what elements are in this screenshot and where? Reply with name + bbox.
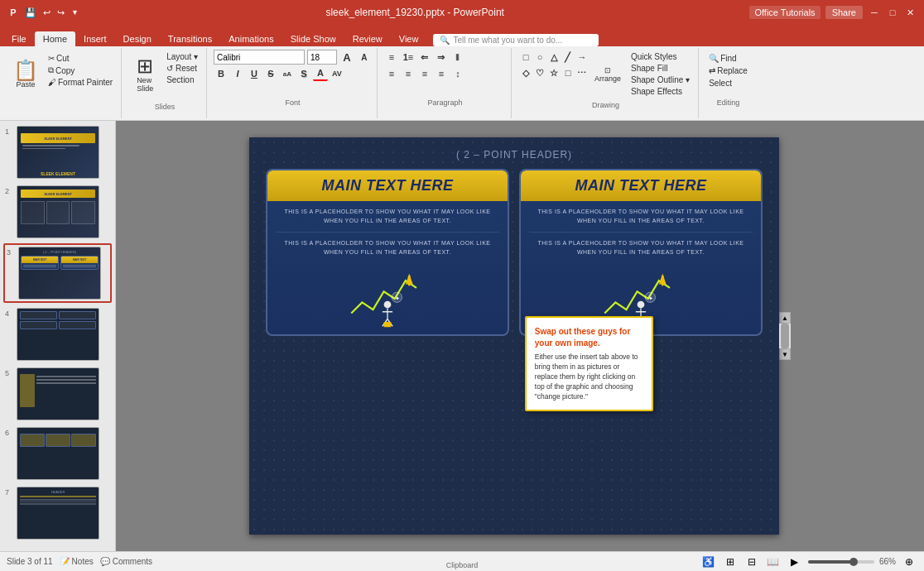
slide-box-2-title: MAIN TEXT HERE — [521, 170, 761, 201]
share-btn[interactable]: Share — [825, 6, 863, 19]
line-spacing-btn[interactable]: ↕ — [450, 66, 465, 81]
tab-home[interactable]: Home — [35, 31, 75, 46]
section-button[interactable]: Section — [163, 74, 201, 85]
tab-animations[interactable]: Animations — [220, 31, 282, 46]
slide-img-4 — [17, 308, 99, 361]
font-size-increase-btn[interactable]: A — [339, 50, 354, 65]
shape-line-btn[interactable]: ╱ — [561, 50, 575, 65]
slide-panel[interactable]: 1 SLEEK ELEMENT SLEEK ELEMENT — [0, 121, 116, 551]
tab-review[interactable]: Review — [344, 31, 391, 46]
undo-quick-btn[interactable]: ↩ — [41, 6, 52, 20]
scroll-down-btn[interactable]: ▼ — [779, 348, 791, 360]
copy-icon: ⧉ — [48, 65, 54, 75]
zoom-slider[interactable] — [808, 560, 874, 564]
bold-btn[interactable]: B — [214, 66, 229, 81]
indent-decrease-btn[interactable]: ⇐ — [417, 50, 432, 65]
quick-styles-button[interactable]: Quick Styles — [628, 51, 693, 62]
shape-star-btn[interactable]: ☆ — [546, 65, 561, 80]
new-slide-button[interactable]: ⊞ NewSlide — [128, 50, 161, 99]
reset-button[interactable]: ↺ Reset — [163, 63, 201, 74]
shape-heart-btn[interactable]: ♡ — [532, 65, 547, 80]
tab-design[interactable]: Design — [115, 31, 160, 46]
align-left-btn[interactable]: ≡ — [384, 66, 399, 81]
save-quick-btn[interactable]: 💾 — [23, 6, 38, 20]
format-painter-button[interactable]: 🖌 Format Painter — [45, 77, 116, 88]
cut-button[interactable]: ✂ Cut — [45, 53, 116, 64]
scroll-track[interactable] — [779, 324, 791, 348]
underline-btn[interactable]: U — [247, 66, 262, 81]
font-name-input[interactable] — [214, 50, 305, 65]
paragraph-label: Paragraph — [384, 97, 506, 107]
shape-triangle-btn[interactable]: △ — [546, 50, 561, 65]
slide-img-1: SLEEK ELEMENT SLEEK ELEMENT — [17, 126, 99, 179]
shape-callout-btn[interactable]: □ — [561, 65, 575, 80]
justify-btn[interactable]: ≡ — [434, 66, 449, 81]
zoom-fill — [808, 560, 851, 564]
window-title: sleek_element_19230.pptx - PowerPoint — [325, 7, 503, 18]
slide-img-3: ( 2 – POINT HEADER) MAIN TEXT — [18, 247, 101, 300]
tab-view[interactable]: View — [391, 31, 427, 46]
shape-more-btn[interactable]: ⋯ — [575, 65, 590, 80]
columns-btn[interactable]: ⦀ — [450, 50, 465, 65]
shape-ellipse-btn[interactable]: ○ — [532, 50, 547, 65]
slide-box-2[interactable]: MAIN TEXT HERE THIS IS A PLACEHOLDER TO … — [519, 169, 763, 336]
paste-label: Paste — [16, 80, 35, 89]
shadow-btn[interactable]: S — [296, 66, 311, 81]
shape-effects-button[interactable]: Shape Effects — [628, 86, 693, 97]
slide-thumb-4[interactable]: 4 — [3, 306, 112, 362]
close-btn[interactable]: ✕ — [904, 6, 917, 19]
find-button[interactable]: 🔍 Find — [705, 53, 751, 64]
char-spacing-btn[interactable]: AV — [330, 66, 344, 81]
tab-transitions[interactable]: Transitions — [160, 31, 220, 46]
slide-thumb-3[interactable]: 3 ( 2 – POINT HEADER) MAIN TEXT — [3, 243, 112, 303]
arrange-button[interactable]: ⊡ Arrange — [590, 50, 626, 99]
shape-rect-btn[interactable]: □ — [518, 50, 533, 65]
align-right-btn[interactable]: ≡ — [417, 66, 432, 81]
tab-insert[interactable]: Insert — [75, 31, 115, 46]
font-group: A A B I U S aA S A AV Font — [209, 48, 378, 118]
scroll-thumb[interactable] — [781, 324, 789, 348]
minimize-btn[interactable]: ─ — [868, 6, 881, 19]
numbering-btn[interactable]: 1≡ — [401, 50, 416, 65]
shape-outline-button[interactable]: Shape Outline ▾ — [628, 74, 693, 85]
replace-button[interactable]: ⇄ Replace — [705, 65, 751, 76]
slide-box-1-text2: THIS IS A PLACEHOLDER TO SHOW YOU WHAT I… — [267, 233, 508, 263]
restore-btn[interactable]: □ — [886, 6, 899, 19]
bullets-btn[interactable]: ≡ — [384, 50, 399, 65]
select-button[interactable]: Select — [705, 78, 751, 89]
redo-quick-btn[interactable]: ↪ — [55, 6, 66, 20]
paste-button[interactable]: 📋 Paste — [8, 50, 43, 99]
editing-group: 🔍 Find ⇄ Replace Select Editing — [700, 48, 756, 118]
layout-button[interactable]: Layout ▾ — [163, 51, 201, 62]
slide-num-1: 1 — [5, 127, 13, 136]
slide-header-text: ( 2 – POINT HEADER) — [249, 137, 779, 161]
copy-button[interactable]: ⧉ Copy — [45, 65, 116, 76]
strikethrough-btn[interactable]: S — [263, 66, 278, 81]
italic-btn[interactable]: I — [230, 66, 245, 81]
slide-popup: Swap out these guys for your own image. … — [525, 316, 653, 411]
slide-scrollbar-vertical[interactable]: ▲ ▼ — [779, 312, 791, 360]
slide-thumb-7[interactable]: 7 HEADER — [3, 485, 112, 541]
align-center-btn[interactable]: ≡ — [401, 66, 416, 81]
smallcaps-btn[interactable]: aA — [280, 66, 295, 81]
shape-diamond-btn[interactable]: ◇ — [518, 65, 533, 80]
scroll-up-btn[interactable]: ▲ — [779, 312, 791, 324]
slide-content-area: MAIN TEXT HERE THIS IS A PLACEHOLDER TO … — [249, 161, 779, 344]
shape-arrow-btn[interactable]: → — [575, 50, 590, 65]
slide-box-1[interactable]: MAIN TEXT HERE THIS IS A PLACEHOLDER TO … — [266, 169, 509, 336]
tab-slideshow[interactable]: Slide Show — [282, 31, 344, 46]
office-tutorials-btn[interactable]: Office Tutorials — [749, 6, 820, 19]
slide-thumb-6[interactable]: 6 — [3, 425, 112, 482]
font-size-decrease-btn[interactable]: A — [357, 50, 372, 65]
tab-file[interactable]: File — [3, 31, 35, 46]
shape-fill-button[interactable]: Shape Fill — [628, 63, 693, 74]
slide-thumb-2[interactable]: 2 SLEEK ELEMENT — [3, 184, 112, 240]
zoom-thumb[interactable] — [849, 558, 858, 566]
font-size-input[interactable] — [307, 50, 337, 65]
slide-thumb-5[interactable]: 5 — [3, 366, 112, 422]
slide-canvas[interactable]: ( 2 – POINT HEADER) MAIN TEXT HERE THIS … — [249, 137, 779, 535]
font-color-btn[interactable]: A — [313, 66, 328, 81]
slide-thumb-1[interactable]: 1 SLEEK ELEMENT SLEEK ELEMENT — [3, 124, 112, 180]
indent-increase-btn[interactable]: ⇒ — [434, 50, 449, 65]
customize-quick-btn[interactable]: ▼ — [70, 7, 80, 18]
